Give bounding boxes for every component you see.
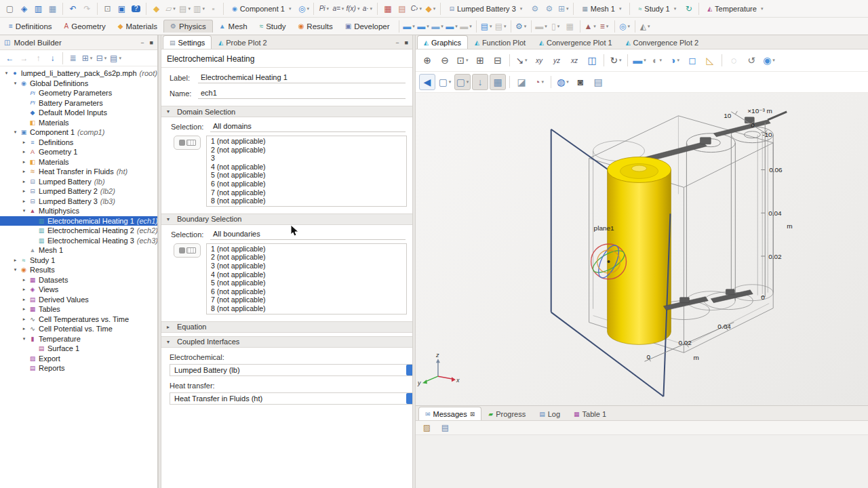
mesh-selector[interactable]: ▦Mesh 1▾ [578, 2, 625, 16]
tab-table-1[interactable]: ▦Table 1 [567, 407, 613, 420]
domain-selection-item[interactable]: 5 (not applicable) [207, 171, 406, 180]
boundary-selection-item[interactable]: 8 (not applicable) [207, 304, 406, 313]
collapse-icon[interactable]: ▾ [3, 70, 10, 76]
wireframe-cube-icon[interactable]: ▢▾ [454, 74, 471, 90]
ribbon-tab-definitions[interactable]: ≡Definitions [3, 20, 58, 33]
maximize-panel-button[interactable]: ■ [405, 39, 408, 46]
go-to-view-icon[interactable]: ↘▾ [513, 52, 530, 68]
domain-selection-item[interactable]: 2 (not applicable) [207, 146, 406, 155]
ribbon-tab-mesh[interactable]: ▲Mesh [213, 20, 254, 33]
component-coupling-icon[interactable]: C›▾ [410, 2, 422, 16]
pointwise-constraint-icon[interactable]: ▯▾ [549, 20, 562, 33]
undo-icon[interactable]: ↶ [66, 2, 79, 16]
expand-icon[interactable]: ▸ [20, 188, 28, 194]
view-yz-icon[interactable]: yz [549, 52, 565, 68]
collapse-all-icon[interactable]: ≣ [66, 52, 79, 65]
domain-selection-section-header[interactable]: ▾ Domain Selection [161, 106, 412, 117]
equation-view-icon[interactable]: ≡▾ [598, 20, 611, 33]
rotate-icon[interactable]: ↻▾ [608, 52, 624, 68]
ribbon-tab-results[interactable]: ◉Results [292, 20, 339, 33]
sketch-plot-icon[interactable]: ◭▾ [639, 20, 652, 33]
expand-icon[interactable]: ▸ [20, 159, 28, 165]
graphics-canvas[interactable]: plane1 [416, 93, 868, 405]
node-paste-icon[interactable]: ▥▾ [193, 2, 205, 16]
grid-icon[interactable]: ▦ [490, 74, 506, 90]
print-icon[interactable]: ▤ [590, 74, 606, 90]
tree-item-electrochemical-heating-3[interactable]: ▥Electrochemical Heating 3(ech3) [0, 236, 157, 246]
tree-item-reports[interactable]: ▤Reports [0, 363, 157, 373]
help-icon[interactable]: ? [130, 2, 142, 16]
domain-selection-item[interactable]: 7 (not applicable) [207, 188, 406, 197]
ribbon-tab-geometry[interactable]: AGeometry [58, 20, 112, 33]
detach-icon[interactable]: ⊠ [470, 411, 475, 418]
harmonic-perturbation-icon[interactable]: ▬▾ [535, 20, 548, 33]
expand-icon[interactable]: ▸ [20, 277, 28, 283]
collapse-level-icon[interactable]: ⊟▾ [95, 52, 108, 65]
expand-icon[interactable]: ▸ [20, 306, 28, 312]
clip-sphere-icon[interactable]: ◔▾ [531, 74, 547, 90]
tab-convergence-plot-1[interactable]: ◭Convergence Plot 1 [532, 35, 619, 49]
hide-icon[interactable]: ◌ [726, 52, 742, 68]
expand-icon[interactable]: ▸ [20, 326, 28, 331]
active-selection-toggle[interactable] [174, 136, 201, 150]
zoom-out-icon[interactable]: ⊖ [437, 52, 453, 68]
tree-item-component-1[interactable]: ▾▣Component 1(comp1) [0, 127, 157, 138]
copy-table-icon[interactable]: ▤ [439, 421, 452, 434]
minimize-panel-button[interactable]: − [395, 39, 399, 46]
expand-icon[interactable]: ▸ [20, 297, 28, 302]
functions-icon[interactable]: f(x)▾ [346, 2, 359, 16]
plot-selector[interactable]: ◭Temperature▾ [703, 2, 767, 16]
down-node-icon[interactable]: ↓ [46, 52, 59, 65]
tab-convergence-plot-2[interactable]: ◭Convergence Plot 2 [619, 35, 706, 49]
weak-contribution-icon[interactable]: ▦ [564, 20, 576, 33]
ribbon-tab-materials[interactable]: ◆Materials [112, 20, 163, 33]
tree-item-electrochemical-heating-1[interactable]: ▥Electrochemical Heating 1(ech1) [0, 216, 157, 226]
zoom-extents-icon[interactable]: ⊞ [472, 52, 488, 68]
tab-messages[interactable]: ✉Messages⊠ [418, 407, 481, 420]
boundary-selection-item[interactable]: 6 (not applicable) [207, 287, 406, 296]
tree-item-lumped-li-battery-pack-6s2p-mph[interactable]: ▾●lumped_li_battery_pack_6s2p.mph(root) [0, 68, 157, 79]
expand-icon[interactable]: ▸ [12, 258, 19, 263]
model-manager-icon[interactable]: ◈ [18, 2, 31, 16]
tree-item-mesh-1[interactable]: ▲Mesh 1 [0, 245, 157, 256]
maximize-panel-button[interactable]: ■ [150, 39, 153, 46]
expand-icon[interactable]: ▸ [20, 317, 28, 322]
parameter-case-icon[interactable]: a·▾ [361, 2, 374, 16]
save-icon[interactable]: ▦ [46, 2, 59, 16]
node-copy-icon[interactable]: ▤▾ [178, 2, 191, 16]
reset-hiding-icon[interactable]: ↺ [743, 52, 760, 68]
zoom-box-icon[interactable]: ⊡▾ [454, 52, 471, 68]
select-box-icon[interactable]: ◻ [684, 52, 701, 68]
tab-probe-plot-2[interactable]: ◭Probe Plot 2 [212, 35, 273, 49]
expand-icon[interactable]: ▸ [20, 140, 28, 145]
coupled-interfaces-section-header[interactable]: ▾ Coupled Interfaces [161, 336, 412, 348]
view-xy-icon[interactable]: xy [531, 52, 547, 68]
tab-log[interactable]: ▤Log [532, 407, 567, 420]
equation-section-header[interactable]: ▸ Equation [161, 321, 412, 333]
tree-item-cell-temperatures-vs-time[interactable]: ▸∿Cell Temperatures vs. Time [0, 314, 157, 325]
redo-icon[interactable]: ↷ [81, 2, 94, 16]
tree-item-multiphysics[interactable]: ▾▲Multiphysics [0, 206, 157, 216]
pair-condition-icon[interactable]: ▬▾ [431, 20, 444, 33]
ambient-occlusion-icon[interactable]: ◐▾ [649, 52, 665, 68]
sound-icon[interactable]: ◀ [419, 74, 435, 90]
tree-item-results[interactable]: ▾◉Results [0, 265, 157, 275]
expand-icon[interactable]: ▸ [20, 287, 28, 292]
minimize-panel-button[interactable]: − [140, 39, 144, 46]
tree-item-study-1[interactable]: ▸≈Study 1 [0, 256, 157, 266]
tree-item-geometry-1[interactable]: ▸AGeometry 1 [0, 147, 157, 157]
tree-item-heat-transfer-in-fluids[interactable]: ▸≋Heat Transfer in Fluids(ht) [0, 167, 157, 177]
tab-function-plot[interactable]: ◭Function Plot [468, 35, 532, 49]
collapse-icon[interactable]: ▾ [20, 336, 28, 342]
domain-selection-item[interactable]: 4 (not applicable) [207, 163, 406, 171]
snapshot-icon[interactable]: ◙ [572, 74, 589, 90]
domain-selection-item[interactable]: 6 (not applicable) [207, 180, 406, 188]
view-xz-icon[interactable]: xz [566, 52, 583, 68]
transparency-icon[interactable]: ▢▾ [437, 74, 453, 90]
label-field-input[interactable]: Electrochemical Heating 1 [198, 73, 406, 83]
livelink-icon[interactable]: ▤ [395, 2, 408, 16]
fit-window-icon[interactable]: ⊟ [490, 52, 506, 68]
stop-icon[interactable]: ▪ [207, 2, 220, 16]
tree-item-battery-parameters[interactable]: PiBattery Parameters [0, 98, 157, 108]
domain-selection-item[interactable]: 1 (not applicable) [207, 137, 406, 146]
